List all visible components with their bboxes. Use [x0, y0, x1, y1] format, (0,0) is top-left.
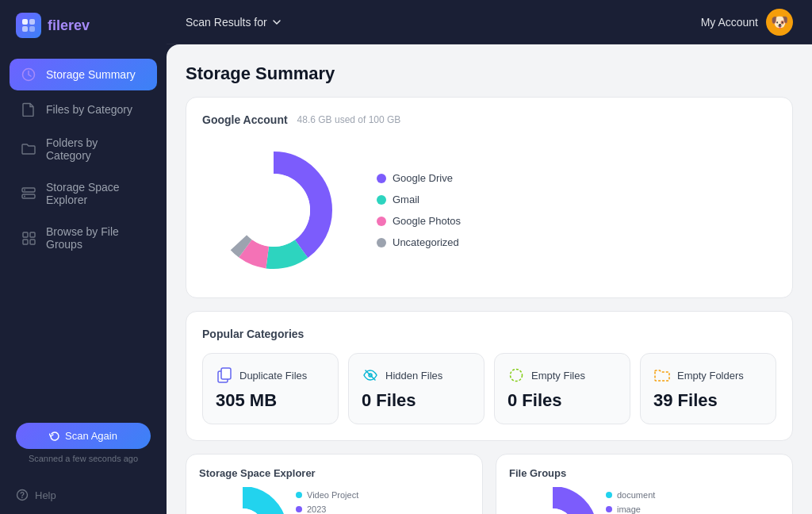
svg-rect-3	[29, 26, 35, 32]
category-card-duplicate[interactable]: Duplicate Files 305 MB	[202, 353, 339, 424]
donut-chart	[202, 139, 345, 282]
category-value: 39 Files	[653, 390, 763, 411]
file-icon	[21, 102, 36, 117]
svg-rect-2	[22, 26, 28, 32]
duplicate-icon	[216, 366, 233, 384]
category-card-hidden[interactable]: Hidden Files 0 Files	[348, 353, 485, 424]
legend-dot	[377, 174, 386, 183]
google-account-subtitle: 48.6 GB used of 100 GB	[297, 114, 401, 125]
legend-dot	[377, 217, 386, 226]
category-value: 0 Files	[362, 390, 471, 411]
category-card-empty-folders[interactable]: Empty Folders 39 Files	[640, 353, 776, 424]
svg-rect-11	[23, 240, 28, 244]
svg-point-19	[237, 174, 310, 247]
category-header: Hidden Files	[362, 366, 471, 384]
logo-text: filerev	[48, 17, 90, 34]
legend-item: document	[606, 490, 655, 500]
category-value: 305 MB	[216, 390, 325, 411]
grid-icon	[21, 230, 36, 246]
scan-again-button[interactable]: Scan Again	[16, 423, 151, 449]
sidebar-item-browse-by-file-groups[interactable]: Browse by File Groups	[10, 217, 157, 259]
svg-rect-10	[30, 232, 35, 237]
card-header: Google Account 48.6 GB used of 100 GB	[202, 113, 776, 126]
topbar: Scan Results for My Account 🐶	[167, 0, 812, 44]
sidebar-item-label: Storage Summary	[46, 68, 136, 81]
server-icon	[21, 186, 36, 201]
folder-icon	[21, 141, 36, 157]
sidebar-item-folders-by-category[interactable]: Folders by Category	[10, 128, 157, 170]
sidebar-item-storage-summary[interactable]: Storage Summary	[10, 59, 157, 90]
bottom-grid: Storage Space Explorer Video Project	[186, 454, 793, 514]
sidebar-item-files-by-category[interactable]: Files by Category	[10, 94, 157, 125]
svg-rect-12	[30, 240, 35, 244]
category-header: Empty Folders	[653, 366, 763, 384]
page-content: Storage Summary Google Account 48.6 GB u…	[167, 44, 812, 514]
main-content: Scan Results for My Account 🐶 Storage Su…	[167, 0, 812, 514]
category-header: Empty Files	[508, 366, 617, 384]
popular-categories-title: Popular Categories	[202, 328, 776, 340]
file-groups-card: File Groups document	[496, 454, 793, 514]
file-groups-title: File Groups	[509, 467, 779, 479]
page-title: Storage Summary	[186, 63, 793, 84]
donut-legend: Google Drive Gmail Google Photos Uncateg…	[377, 172, 461, 248]
legend-item-photos: Google Photos	[377, 215, 461, 227]
google-account-content: Google Drive Gmail Google Photos Uncateg…	[202, 139, 776, 282]
empty-folders-icon	[653, 366, 671, 384]
account-section[interactable]: My Account 🐶	[701, 9, 793, 36]
google-account-title: Google Account	[202, 113, 288, 126]
popular-categories-card: Popular Categories Duplicate Files 305 M…	[186, 311, 793, 441]
nav-menu: Storage Summary Files by Category Folder…	[0, 51, 167, 410]
svg-rect-1	[29, 19, 35, 25]
sidebar: filerev Storage Summary Files by Categor…	[0, 0, 167, 514]
empty-files-icon	[508, 366, 525, 384]
legend-dot	[377, 195, 386, 205]
category-value: 0 Files	[508, 390, 617, 411]
help-label: Help	[35, 489, 56, 501]
clock-icon	[21, 67, 36, 82]
file-groups-legend: document image	[606, 487, 655, 514]
storage-space-explorer-card: Storage Space Explorer Video Project	[186, 454, 483, 514]
hidden-icon	[362, 366, 379, 384]
legend-dot	[377, 238, 386, 247]
avatar: 🐶	[766, 9, 793, 36]
scan-again-section: Scan Again Scanned a few seconds ago	[0, 410, 167, 476]
legend-item-drive: Google Drive	[377, 172, 461, 184]
svg-rect-9	[23, 232, 28, 237]
svg-point-24	[511, 370, 523, 382]
scan-results-button[interactable]: Scan Results for	[186, 16, 282, 29]
legend-item-gmail: Gmail	[377, 194, 461, 205]
category-card-empty-files[interactable]: Empty Files 0 Files	[494, 353, 630, 424]
categories-grid: Duplicate Files 305 MB	[202, 353, 776, 424]
sidebar-item-storage-space-explorer[interactable]: Storage Space Explorer	[10, 173, 157, 214]
help-item[interactable]: ? Help	[0, 476, 167, 514]
legend-item: image	[606, 504, 655, 514]
bottom-card-content: document image	[509, 487, 779, 514]
svg-point-8	[24, 196, 25, 198]
google-account-card: Google Account 48.6 GB used of 100 GB	[186, 97, 793, 298]
sidebar-item-label: Browse by File Groups	[46, 225, 146, 251]
svg-rect-21	[221, 368, 231, 379]
sidebar-item-label: Files by Category	[46, 103, 132, 116]
storage-explorer-legend: Video Project 2023 VFX Water and Brid...	[296, 487, 392, 514]
legend-item: Video Project	[296, 490, 392, 500]
svg-text:?: ?	[20, 491, 25, 500]
sidebar-item-label: Storage Space Explorer	[46, 181, 146, 206]
legend-item-uncategorized: Uncategorized	[377, 236, 461, 248]
storage-space-explorer-title: Storage Space Explorer	[199, 467, 469, 479]
scan-again-label: Scanned a few seconds ago	[29, 454, 138, 463]
svg-rect-0	[22, 19, 28, 25]
svg-point-7	[24, 190, 25, 191]
category-header: Duplicate Files	[216, 366, 325, 384]
logo-icon	[16, 13, 41, 38]
bottom-card-content: Video Project 2023 VFX Water and Brid...	[199, 487, 469, 514]
logo[interactable]: filerev	[0, 0, 167, 51]
sidebar-item-label: Folders by Category	[46, 136, 146, 162]
legend-item: 2023	[296, 504, 392, 514]
